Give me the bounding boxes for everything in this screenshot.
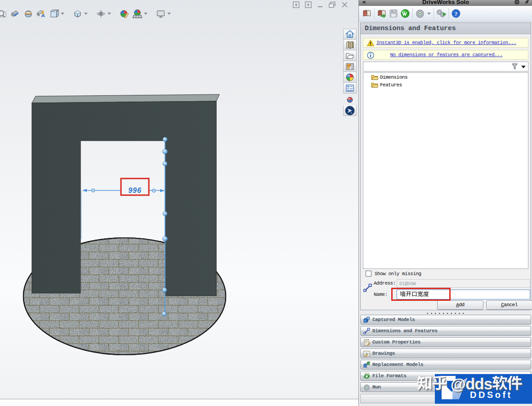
notice-instant3d-link[interactable]: Instant3D is enabled, click for more inf…	[374, 40, 519, 45]
open-project-button[interactable]	[361, 8, 373, 19]
apply-scene-icon[interactable]	[132, 8, 143, 19]
display-style-dropdown-caret[interactable]	[84, 13, 88, 15]
display-style-icon[interactable]	[72, 8, 83, 19]
notice-captured[interactable]: No dimensions or features are captured..…	[363, 50, 528, 60]
filter-funnel-icon	[511, 63, 518, 72]
driveworks-panel: « DriveWorks Solo ? Dimensions and Featu…	[358, 0, 532, 406]
accordion-drawings[interactable]: Drawings	[360, 348, 531, 358]
captured-models-icon	[363, 317, 370, 323]
tree-item-features[interactable]: Features	[371, 81, 528, 88]
driveworks-home-button[interactable]	[399, 8, 411, 19]
toolbar-separator	[374, 8, 375, 19]
address-label: Address:	[374, 281, 396, 286]
dimension-capture-icon	[363, 284, 372, 294]
view-orientation-icon[interactable]	[49, 8, 59, 19]
settings-gear-button[interactable]	[414, 8, 426, 19]
dimension-value: 996	[128, 187, 142, 194]
taskpane-tab-file-explorer[interactable]	[343, 50, 357, 61]
hide-show-items-dropdown-caret[interactable]	[107, 13, 111, 15]
dimensions-and-features-icon	[363, 328, 370, 335]
dynamic-annotation-views-icon[interactable]: A	[36, 8, 46, 19]
settings-dropdown-caret[interactable]	[427, 13, 431, 15]
taskpane-tab-appearances-scenes[interactable]	[343, 72, 357, 83]
show-only-missing-label: Show only missing	[375, 271, 421, 277]
model-scene: 996	[0, 0, 358, 399]
taskpane-tab-view-palette[interactable]	[343, 61, 357, 72]
taskpane-tab-drive-sphere[interactable]	[343, 94, 357, 105]
taskpane-tab-custom-properties[interactable]	[343, 83, 357, 94]
run-gears-button[interactable]	[435, 8, 447, 19]
folder-icon	[371, 82, 378, 88]
taskpane-tab-design-library[interactable]	[343, 40, 357, 50]
panel-splitter-handle[interactable]: ..........	[359, 310, 532, 314]
graphics-viewport[interactable]: 996 A	[0, 0, 358, 399]
filter-dropdown-caret[interactable]	[521, 66, 526, 68]
view-orientation-dropdown-caret[interactable]	[61, 13, 64, 15]
panel-toolbar: ?	[359, 6, 532, 22]
status-strip	[0, 399, 358, 406]
show-only-missing-row: Show only missing	[366, 271, 421, 277]
watermark-handle-text: @dds	[417, 375, 532, 393]
panel-title: DriveWorks Solo	[359, 0, 532, 5]
page-header: Dimensions and Features	[361, 23, 531, 34]
address-field[interactable]: D1@SOW	[397, 279, 530, 288]
dock-right-button[interactable]	[304, 1, 312, 8]
replacement-models-icon	[363, 361, 370, 368]
show-only-missing-checkbox[interactable]	[366, 271, 371, 277]
close-button[interactable]	[341, 1, 348, 8]
view-settings-dropdown-caret[interactable]	[167, 13, 171, 15]
filter-input[interactable]	[363, 62, 528, 71]
watermark: DDSoft @dds	[404, 372, 532, 406]
accordion-replacement-models[interactable]: Replacement Models	[360, 360, 531, 370]
minimize-button[interactable]	[317, 1, 324, 8]
toolbar-separator	[434, 8, 434, 19]
notice-captured-link[interactable]: No dimensions or features are captured..…	[374, 52, 519, 58]
tree-item-dimensions[interactable]: Dimensions	[371, 74, 528, 80]
window-controls	[292, 1, 348, 8]
headsup-toolbar: A	[0, 8, 172, 19]
toolbar-separator	[448, 8, 449, 19]
notice-instant3d[interactable]: Instant3D is enabled, click for more inf…	[363, 38, 528, 48]
panel-titlebar[interactable]: « DriveWorks Solo	[359, 0, 532, 6]
accordion-custom-properties[interactable]: Custom Properties	[360, 337, 531, 347]
accordion-captured-models[interactable]: Captured Models	[360, 315, 531, 325]
application-window: 996 A	[0, 0, 532, 406]
dimensions-features-page: Dimensions and Features Instant3D is ena…	[360, 22, 531, 310]
zoom-to-area-icon[interactable]	[0, 8, 7, 19]
toolbar-separator	[412, 8, 413, 19]
help-button[interactable]: ?	[450, 8, 462, 19]
custom-properties-icon	[363, 339, 370, 346]
section-view-icon[interactable]	[22, 8, 33, 19]
accordion-dimensions-and-features[interactable]: Dimensions and Features	[360, 326, 531, 336]
file-formats-icon	[363, 373, 370, 379]
view-settings-icon[interactable]	[155, 8, 166, 19]
name-label: Name:	[374, 292, 388, 297]
restore-button[interactable]	[329, 1, 336, 8]
warning-icon	[367, 40, 374, 46]
capture-tree[interactable]: Dimensions Features	[363, 72, 528, 269]
name-annotation-redbox	[391, 288, 451, 301]
new-project-button[interactable]	[376, 8, 388, 19]
svg-text:?: ?	[455, 10, 458, 17]
zoom-to-fit-icon[interactable]	[9, 8, 20, 19]
dock-left-button[interactable]	[292, 1, 300, 8]
drawings-icon	[363, 350, 370, 357]
run-icon	[363, 384, 370, 391]
info-icon	[367, 52, 374, 58]
taskpane-tabstrip	[343, 29, 357, 116]
edit-appearance-icon[interactable]	[119, 8, 130, 19]
taskpane-tab-solidworks-resources[interactable]	[343, 29, 357, 40]
folder-icon	[371, 74, 378, 80]
apply-scene-dropdown-caret[interactable]	[144, 13, 148, 15]
taskpane-tab-solidworks-forum[interactable]	[343, 105, 357, 116]
save-project-button[interactable]	[388, 8, 399, 19]
hide-show-items-icon[interactable]	[95, 8, 106, 19]
cancel-button[interactable]: Cancel	[486, 300, 532, 310]
